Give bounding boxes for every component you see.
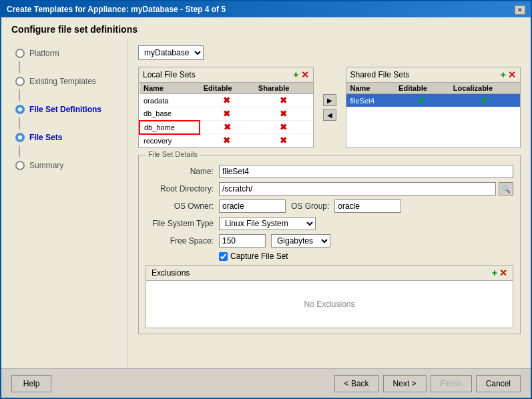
shared-localizable-check-0: ✔: [481, 95, 488, 105]
local-row-name-1: db_base: [140, 107, 200, 121]
help-button[interactable]: Help: [11, 375, 51, 392]
sidebar-item-summary[interactable]: Summary: [8, 157, 70, 173]
sidebar-item-existing-templates[interactable]: Existing Templates: [8, 73, 103, 89]
shared-file-sets-title: Shared File Sets: [350, 70, 410, 79]
editable-cross-2: ✖: [224, 122, 231, 132]
root-dir-label: Root Directory:: [146, 184, 219, 193]
table-row[interactable]: fileSet4 ✔ ✔: [346, 94, 521, 107]
local-file-sets-panel: Local File Sets + ✕ Name Editable: [138, 67, 314, 148]
right-panel: myDatabase Local File Sets + ✕: [128, 39, 531, 368]
file-set-details-panel: File Set Details Name: Root Directory: 🔍: [138, 155, 521, 334]
local-row-name-3: recovery: [140, 134, 200, 147]
browse-button[interactable]: 🔍: [499, 182, 513, 195]
local-file-sets-table: Name Editable Sharable oradata ✖ ✖: [139, 83, 313, 147]
shared-file-sets-table: Name Editable Localizable fileSet4 ✔ ✔: [346, 83, 521, 107]
table-row[interactable]: oradata ✖ ✖: [140, 94, 313, 107]
exclusions-title: Exclusions: [152, 268, 190, 278]
shared-col-name: Name: [346, 83, 395, 94]
sharable-cross-0: ✖: [280, 95, 287, 105]
details-title: File Set Details: [146, 150, 200, 158]
capture-checkbox[interactable]: [219, 252, 228, 261]
bottom-bar: Help < Back Next > Finish Cancel: [1, 368, 531, 398]
editable-cross-0: ✖: [223, 95, 230, 105]
os-owner-label: OS Owner:: [146, 202, 219, 211]
shared-col-editable: Editable: [394, 83, 449, 94]
sidebar-item-platform[interactable]: Platform: [8, 45, 66, 61]
shared-col-localizable: Localizable: [449, 83, 520, 94]
editable-cross-3: ✖: [223, 135, 230, 145]
exclusions-empty-text: No Exclusions: [304, 300, 354, 309]
local-row-name-2: db_home: [140, 121, 200, 134]
move-right-button[interactable]: ▶: [323, 94, 336, 106]
arrow-panel: ▶ ◀: [320, 67, 339, 148]
add-shared-file-set-button[interactable]: +: [501, 70, 506, 79]
cancel-button[interactable]: Cancel: [476, 375, 521, 392]
os-group-label: OS Group:: [291, 202, 329, 211]
db-dropdown[interactable]: myDatabase: [138, 45, 204, 60]
fs-type-label: File System Type: [146, 219, 219, 228]
local-file-sets-title: Local File Sets: [143, 70, 196, 79]
os-owner-input[interactable]: [219, 200, 286, 213]
sharable-cross-3: ✖: [280, 135, 287, 145]
next-button[interactable]: Next >: [383, 375, 427, 392]
finish-button[interactable]: Finish: [431, 375, 472, 392]
move-left-button[interactable]: ◀: [323, 109, 336, 121]
titlebar: Create Templates for Appliance: myDataba…: [1, 1, 531, 17]
editable-cross-1: ✖: [223, 109, 230, 119]
free-space-input[interactable]: [219, 234, 266, 248]
free-space-unit-select[interactable]: Gigabytes Megabytes: [271, 234, 330, 248]
sidebar: Platform Existing Templates: [1, 39, 128, 368]
table-row[interactable]: db_base ✖ ✖: [140, 107, 313, 121]
col-name: Name: [140, 83, 200, 94]
col-sharable: Sharable: [254, 83, 313, 94]
add-local-file-set-button[interactable]: +: [293, 70, 298, 79]
table-row[interactable]: db_home ✖ ✖: [140, 121, 313, 134]
name-label: Name:: [146, 167, 219, 176]
col-editable: Editable: [200, 83, 254, 94]
name-input[interactable]: [219, 165, 513, 178]
fs-type-select[interactable]: Linux File System Windows File System: [219, 217, 316, 230]
shared-row-name-0: fileSet4: [346, 94, 395, 107]
capture-label[interactable]: Capture File Set: [230, 252, 288, 261]
remove-exclusion-button[interactable]: ✕: [499, 268, 507, 278]
free-space-label: Free Space:: [146, 236, 219, 246]
window-title: Create Templates for Appliance: myDataba…: [7, 5, 226, 14]
page-title: Configure file set definitions: [1, 17, 531, 39]
close-button[interactable]: ✕: [515, 5, 525, 15]
sidebar-item-file-sets[interactable]: File Sets: [8, 129, 69, 145]
remove-local-file-set-button[interactable]: ✕: [301, 70, 309, 79]
sharable-cross-2: ✖: [280, 122, 287, 132]
exclusions-panel: Exclusions + ✕ No Exclusions: [146, 265, 513, 328]
back-button[interactable]: < Back: [334, 375, 379, 392]
table-row[interactable]: recovery ✖ ✖: [140, 134, 313, 147]
local-row-name-0: oradata: [140, 94, 200, 107]
sidebar-item-file-set-definitions[interactable]: File Set Definitions: [8, 101, 108, 117]
root-dir-input[interactable]: [219, 182, 496, 195]
sharable-cross-1: ✖: [280, 109, 287, 119]
remove-shared-file-set-button[interactable]: ✕: [508, 70, 516, 79]
shared-file-sets-panel: Shared File Sets + ✕ Name Editable: [346, 67, 521, 148]
add-exclusion-button[interactable]: +: [492, 268, 497, 278]
os-group-input[interactable]: [334, 200, 401, 213]
shared-editable-check-0: ✔: [418, 95, 425, 105]
